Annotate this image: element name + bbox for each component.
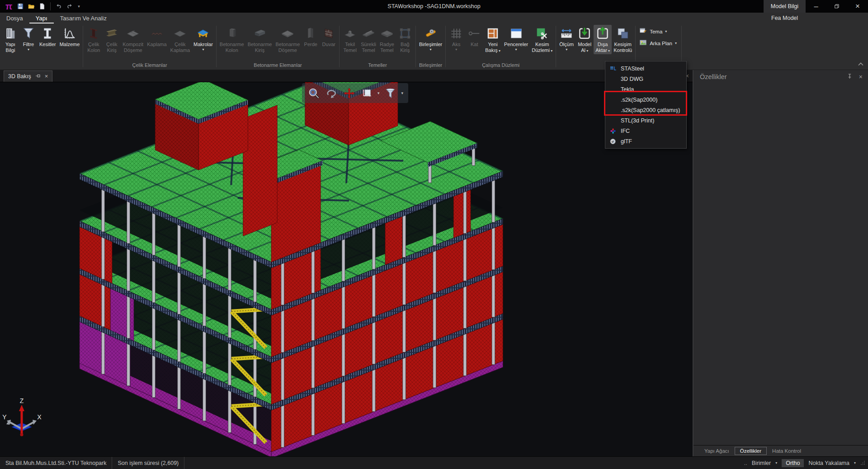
ribbon-button-kesim-d-zlemi[interactable]: KesimDüzlemi ▾ <box>530 25 554 54</box>
panel-pin-icon[interactable] <box>847 73 853 81</box>
company-label: Sta Bil.Muh.Mus.Ltd.Sti.-YTU Teknopark <box>0 457 112 469</box>
units-caret-icon[interactable]: ▾ <box>775 461 777 465</box>
filter-icon <box>22 25 35 42</box>
ribbon-button-label: Kesitler <box>39 42 56 47</box>
maximize-button[interactable] <box>826 0 847 13</box>
pin-icon[interactable] <box>35 73 41 80</box>
no-icon <box>609 117 617 125</box>
ribbon-button-label: KesimDüzlemi ▾ <box>532 42 552 54</box>
units-button[interactable]: Birimler <box>752 460 771 466</box>
ribbon-button-label: Pencereler <box>504 42 528 47</box>
close-button[interactable]: × <box>847 0 868 13</box>
rotate-view-icon[interactable] <box>323 84 340 102</box>
export-menu-item-label: 3D DWG <box>621 76 643 82</box>
zoom-extents-icon[interactable] <box>306 84 322 102</box>
redo-icon[interactable] <box>65 2 74 11</box>
ribbon-button-yeni-bak[interactable]: YeniBakış ▾ <box>483 25 502 54</box>
ribbon-group-temeller: TekilTemelSürekliTemelRadyeTemelBağKiriş… <box>340 23 415 70</box>
new-file-icon[interactable] <box>38 2 47 11</box>
section-plane-icon <box>535 25 549 42</box>
export-menu-item-s2k-sap2000-atlam[interactable]: .s2k(Sap2000 çatlamış) <box>605 105 686 115</box>
axis-triad: Z Y X <box>2 397 42 436</box>
statusbar: Sta Bil.Muh.Mus.Ltd.Sti.-YTU Teknopark S… <box>0 456 868 469</box>
section-icon <box>41 25 54 42</box>
export-menu-item-label: STL(3d Print) <box>621 117 654 124</box>
ribbon-button-label: SürekliTemel <box>361 42 376 53</box>
export-menu-item-3d-dwg[interactable]: 3D DWG <box>605 74 686 84</box>
panel-close-icon[interactable]: × <box>859 73 863 80</box>
ribbon-button-filtre[interactable]: Filtre▾ <box>19 25 38 52</box>
main-area: 3D Bakış × ▾ × <box>0 70 868 456</box>
menu-tab-dosya[interactable]: Dosya <box>0 13 29 23</box>
ribbon-button-label: Filtre <box>23 42 34 47</box>
export-menu-item-stasteel[interactable]: STASteel <box>605 63 686 74</box>
export-menu-item-s2k-sap2000[interactable]: .s2k(Sap2000) <box>605 94 686 105</box>
export-menu-item-ifc[interactable]: IFC <box>605 126 686 136</box>
menu-tab-yap[interactable]: Yapı <box>29 13 54 23</box>
menu-tab-tasar-m-ve-analiz[interactable]: Tasarım Ve Analiz <box>54 13 113 23</box>
panel-tab-hata-kontrol[interactable]: Hata Kontrol <box>767 447 807 455</box>
export-menu-item-stl-3d-print[interactable]: STL(3d Print) <box>605 115 686 126</box>
viewport-tab-3d[interactable]: 3D Bakış × <box>4 70 52 82</box>
ribbon-button-birle-imler[interactable]: Birleşimler▾ <box>417 25 444 52</box>
dropdown-caret-icon: ▾ <box>498 49 500 53</box>
export-menu-item-label: .s2k(Sap2000 çatlamış) <box>621 107 680 113</box>
menubar: DosyaYapıTasarım Ve Analiz Fea Model <box>0 13 868 23</box>
filter-view-caret-icon[interactable]: ▾ <box>400 91 405 95</box>
ribbon-button-model-al[interactable]: ModelAl ▾ <box>576 25 594 54</box>
export-menu-item-tekla[interactable]: Tekla <box>605 84 686 94</box>
side-button-label: Tema <box>650 29 662 34</box>
wall-icon <box>322 25 335 42</box>
clash-check-icon <box>616 25 630 42</box>
viewport-canvas[interactable]: Z Y X ▾ ▾ <box>0 82 693 456</box>
ribbon: YapıBilgiFiltre▾KesitlerMalzemeÇelikKolo… <box>0 23 868 70</box>
ribbon-button-label: YeniBakış ▾ <box>485 42 500 54</box>
ribbon-button-label: Duvar <box>322 42 335 47</box>
tema-button[interactable]: Tema ▾ <box>639 27 677 36</box>
save-icon[interactable] <box>16 2 25 11</box>
panel-tab-yap-a-ac[interactable]: Yapı Ağacı <box>699 447 735 455</box>
ribbon-button-label: ModelAl ▾ <box>578 42 591 54</box>
snap-button[interactable]: Nokta Yakalama <box>808 460 849 466</box>
pan-icon[interactable] <box>341 84 357 102</box>
ortho-toggle[interactable]: Ortho <box>782 459 804 467</box>
ribbon-button-duvar: Duvar <box>320 25 338 48</box>
ribbon-button-label: TekilTemel <box>344 42 357 53</box>
ribbon-button-pencereler[interactable]: Pencereler▾ <box>502 25 530 52</box>
resize-grip[interactable] <box>860 460 865 465</box>
ribbon-button-kesi-im-kontrol[interactable]: KesişimKontrolü <box>612 25 634 54</box>
view-plane-icon <box>359 84 375 102</box>
open-icon[interactable] <box>27 2 36 11</box>
viewport-tab-strip: 3D Bakış × ▾ × <box>0 70 693 82</box>
ribbon-collapse-icon[interactable] <box>858 60 863 68</box>
ribbon-button-d-a-aktar[interactable]: DışaAktar ▾ <box>594 25 612 54</box>
storey-icon <box>467 25 481 42</box>
steel-column-icon <box>87 25 100 42</box>
gltf-icon: gl <box>609 137 617 145</box>
ribbon-button-yap-bilgi[interactable]: YapıBilgi <box>1 25 19 54</box>
ribbon-button-malzeme[interactable]: Malzeme <box>58 25 82 48</box>
ribbon-button-l-m[interactable]: Ölçüm▾ <box>557 25 576 52</box>
dropdown-caret-icon: ▾ <box>566 47 567 52</box>
model-info-button[interactable]: Model Bilgi <box>764 0 806 13</box>
ribbon-button-makrolar[interactable]: Makrolar▾ <box>192 25 215 52</box>
import-model-icon <box>578 25 591 42</box>
new-view-icon <box>486 25 500 42</box>
quick-access-caret-icon[interactable]: ▾ <box>76 4 82 9</box>
panel-tab-zellikler[interactable]: Özellikler <box>735 447 767 455</box>
cladding-icon <box>150 25 164 42</box>
last-operation-label: Son işlem süresi (2,609) <box>112 457 184 469</box>
ribbon-button-elik-kaplama: ÇelikKaplama <box>169 25 192 54</box>
view-plane-caret-icon[interactable]: ▾ <box>376 91 381 95</box>
arka-plan-button[interactable]: Arka Plan ▾ <box>639 39 677 47</box>
export-menu-item-gltf[interactable]: glglTF <box>605 136 686 146</box>
ribbon-button-kesitler[interactable]: Kesitler <box>38 25 58 48</box>
viewport-tab-close-icon[interactable]: × <box>45 74 48 79</box>
snap-caret-icon[interactable]: ▾ <box>854 461 856 465</box>
ribbon-button-label: Kat <box>471 42 478 47</box>
properties-panel: Özellikler × Yapı AğacıÖzelliklerHata Ko… <box>693 70 868 456</box>
minimize-button[interactable]: ─ <box>806 0 826 13</box>
filter-view-icon[interactable] <box>382 84 399 102</box>
undo-icon[interactable] <box>54 2 63 11</box>
ribbon-button-elik-kiri: ÇelikKiriş <box>103 25 121 54</box>
